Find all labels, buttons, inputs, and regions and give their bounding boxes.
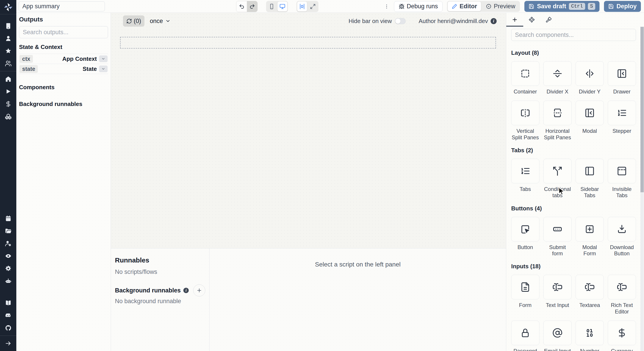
component-card-horizontal-split-panes[interactable]: Horizontal Split Panes (544, 100, 572, 140)
component-card-modal-form[interactable]: Modal Form (576, 217, 604, 257)
component-grid: ContainerDivider XDivider YDrawerVertica… (511, 61, 636, 140)
component-card-box[interactable] (608, 159, 636, 183)
redo-button[interactable] (247, 1, 258, 12)
component-card-email-input[interactable]: Email Input (544, 320, 572, 351)
component-card-box[interactable] (608, 275, 636, 299)
component-card-divider-x[interactable]: Divider X (544, 61, 572, 95)
component-card-box[interactable] (511, 159, 539, 183)
sidebar-item-audit-logs[interactable] (0, 250, 16, 262)
refresh-button[interactable]: (0) (123, 16, 144, 26)
sidebar-item-groups[interactable] (0, 57, 16, 70)
component-card-box[interactable] (608, 100, 636, 125)
component-card-invisible-tabs[interactable]: Invisible Tabs (608, 159, 636, 199)
component-card-text-input[interactable]: Text Input (544, 275, 572, 315)
sidebar-item-runs[interactable] (0, 85, 16, 98)
more-menu-button[interactable] (384, 1, 390, 12)
preview-tab[interactable]: Preview (482, 2, 519, 11)
sidebar-item-user[interactable] (0, 32, 16, 45)
sidebar-item-home[interactable] (0, 73, 16, 85)
author-info-icon[interactable]: i (490, 18, 497, 24)
debug-runs-button[interactable]: Debug runs (394, 1, 443, 12)
state-row[interactable]: state State (19, 64, 108, 74)
sidebar-item-schedules[interactable] (0, 212, 16, 225)
mobile-view-button[interactable] (267, 2, 276, 12)
component-card-password[interactable]: Password (511, 320, 539, 351)
sidebar-item-expand-sidebar[interactable] (0, 337, 16, 350)
background-info-icon[interactable]: i (183, 288, 189, 293)
component-card-box[interactable] (544, 217, 572, 242)
fullwidth-layout-button[interactable] (308, 2, 318, 12)
sidebar-item-variables[interactable] (0, 98, 16, 110)
component-card-box[interactable] (511, 217, 539, 242)
sidebar-item-settings[interactable] (0, 262, 16, 275)
empty-component-placeholder[interactable] (120, 37, 496, 48)
component-card-box[interactable] (511, 100, 539, 125)
component-card-box[interactable] (544, 320, 572, 345)
sidebar-item-folders[interactable] (0, 225, 16, 237)
windmill-logo[interactable] (0, 0, 16, 14)
component-card-stepper[interactable]: Stepper (608, 100, 636, 140)
panel-tab-add-component[interactable] (506, 13, 523, 26)
component-card-button[interactable]: Button (511, 217, 539, 257)
state-expand-button[interactable] (99, 66, 108, 72)
add-background-runnable-button[interactable] (193, 284, 205, 296)
sidebar-item-github[interactable] (0, 322, 16, 334)
center-layout-button[interactable] (297, 2, 307, 12)
sidebar-item-docs[interactable] (0, 297, 16, 309)
undo-button[interactable] (236, 1, 247, 12)
component-card-form[interactable]: Form (511, 275, 539, 315)
component-card-textarea[interactable]: Textarea (576, 275, 604, 315)
component-card-box[interactable] (576, 100, 604, 125)
component-card-box[interactable] (576, 217, 604, 242)
component-card-box[interactable] (544, 61, 572, 86)
component-card-drawer[interactable]: Drawer (608, 61, 636, 95)
component-card-divider-y[interactable]: Divider Y (576, 61, 604, 95)
ctx-expand-button[interactable] (99, 56, 108, 62)
component-card-submit-form[interactable]: Submit form (544, 217, 572, 257)
panel-tab-component-tree[interactable] (523, 13, 540, 26)
panel-tab-global-styles[interactable] (540, 13, 557, 26)
component-card-box[interactable] (544, 100, 572, 125)
component-card-box[interactable] (576, 61, 604, 86)
sidebar-item-discord[interactable] (0, 309, 16, 322)
component-card-box[interactable] (576, 320, 604, 345)
component-card-rich-text-editor[interactable]: Rich Text Editor (608, 275, 636, 315)
app-summary-input[interactable] (18, 1, 105, 12)
device-toggle-group (266, 1, 288, 12)
component-card-box[interactable] (544, 275, 572, 299)
component-card-modal[interactable]: Modal (576, 100, 604, 140)
hide-bar-toggle[interactable] (395, 18, 406, 24)
search-outputs-input[interactable] (19, 26, 108, 38)
panel-scrollbar-thumb[interactable] (640, 27, 644, 192)
editor-tab[interactable]: Editor (448, 2, 481, 11)
component-card-currency[interactable]: Currency (608, 320, 636, 351)
save-draft-button[interactable]: Save draft Ctrl S (524, 1, 600, 12)
sidebar-item-resources[interactable] (0, 110, 16, 123)
component-card-box[interactable] (576, 159, 604, 183)
sidebar-item-assistant[interactable] (0, 275, 16, 287)
ctx-row[interactable]: ctx App Context (19, 54, 108, 64)
component-card-conditional-tabs[interactable]: Conditional tabs (544, 159, 572, 199)
component-card-box[interactable] (511, 320, 539, 345)
component-card-container[interactable]: Container (511, 61, 539, 95)
component-card-box[interactable] (544, 159, 572, 183)
deploy-button[interactable]: Deploy (604, 1, 641, 12)
component-card-box[interactable] (511, 275, 539, 299)
component-card-box[interactable] (511, 61, 539, 86)
component-card-box[interactable] (608, 217, 636, 242)
app-canvas[interactable]: (0) once Hide bar on view Author henri@w… (111, 13, 506, 248)
component-card-box[interactable] (608, 61, 636, 86)
component-card-vertical-split-panes[interactable]: Vertical Split Panes (511, 100, 539, 140)
sidebar-item-favorites[interactable] (0, 45, 16, 57)
component-card-box[interactable] (608, 320, 636, 345)
sidebar-item-workers[interactable] (0, 237, 16, 250)
component-card-box[interactable] (576, 275, 604, 299)
component-card-download-button[interactable]: Download Button (608, 217, 636, 257)
desktop-view-button[interactable] (278, 2, 287, 12)
sidebar-item-workspace[interactable] (0, 20, 16, 32)
search-components-input[interactable] (511, 29, 636, 41)
component-card-sidebar-tabs[interactable]: Sidebar Tabs (576, 159, 604, 199)
interval-select[interactable]: once (150, 18, 170, 24)
component-card-number[interactable]: Number (576, 320, 604, 351)
component-card-tabs[interactable]: Tabs (511, 159, 539, 199)
